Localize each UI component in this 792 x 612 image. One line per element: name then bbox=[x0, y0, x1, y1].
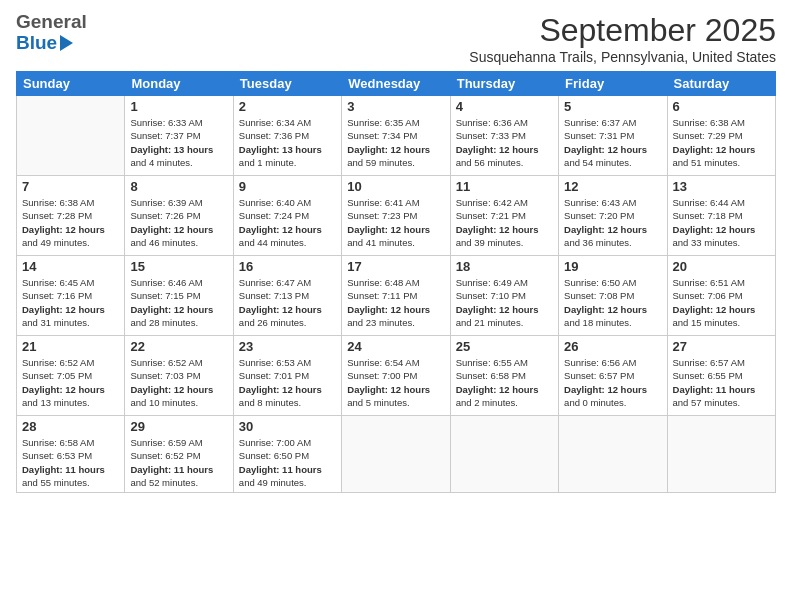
calendar-cell bbox=[450, 416, 558, 493]
day-number: 8 bbox=[130, 179, 227, 194]
calendar-cell: 11Sunrise: 6:42 AMSunset: 7:21 PMDayligh… bbox=[450, 176, 558, 256]
day-number: 23 bbox=[239, 339, 336, 354]
day-number: 24 bbox=[347, 339, 444, 354]
calendar-cell: 8Sunrise: 6:39 AMSunset: 7:26 PMDaylight… bbox=[125, 176, 233, 256]
day-info: Sunrise: 6:59 AMSunset: 6:52 PMDaylight:… bbox=[130, 436, 227, 489]
day-info: Sunrise: 6:46 AMSunset: 7:15 PMDaylight:… bbox=[130, 276, 227, 329]
week-row-5: 28Sunrise: 6:58 AMSunset: 6:53 PMDayligh… bbox=[17, 416, 776, 493]
day-number: 7 bbox=[22, 179, 119, 194]
day-number: 16 bbox=[239, 259, 336, 274]
calendar-cell: 4Sunrise: 6:36 AMSunset: 7:33 PMDaylight… bbox=[450, 96, 558, 176]
calendar-cell: 14Sunrise: 6:45 AMSunset: 7:16 PMDayligh… bbox=[17, 256, 125, 336]
day-info: Sunrise: 6:54 AMSunset: 7:00 PMDaylight:… bbox=[347, 356, 444, 409]
day-number: 14 bbox=[22, 259, 119, 274]
day-info: Sunrise: 6:49 AMSunset: 7:10 PMDaylight:… bbox=[456, 276, 553, 329]
day-info: Sunrise: 6:47 AMSunset: 7:13 PMDaylight:… bbox=[239, 276, 336, 329]
calendar-cell: 18Sunrise: 6:49 AMSunset: 7:10 PMDayligh… bbox=[450, 256, 558, 336]
calendar-cell: 27Sunrise: 6:57 AMSunset: 6:55 PMDayligh… bbox=[667, 336, 775, 416]
page: General Blue September 2025 Susquehanna … bbox=[0, 0, 792, 612]
calendar-cell: 21Sunrise: 6:52 AMSunset: 7:05 PMDayligh… bbox=[17, 336, 125, 416]
weekday-header-thursday: Thursday bbox=[450, 72, 558, 96]
day-number: 19 bbox=[564, 259, 661, 274]
calendar-cell: 20Sunrise: 6:51 AMSunset: 7:06 PMDayligh… bbox=[667, 256, 775, 336]
day-info: Sunrise: 6:36 AMSunset: 7:33 PMDaylight:… bbox=[456, 116, 553, 169]
calendar-cell: 30Sunrise: 7:00 AMSunset: 6:50 PMDayligh… bbox=[233, 416, 341, 493]
calendar-cell: 19Sunrise: 6:50 AMSunset: 7:08 PMDayligh… bbox=[559, 256, 667, 336]
weekday-header-tuesday: Tuesday bbox=[233, 72, 341, 96]
calendar-cell: 17Sunrise: 6:48 AMSunset: 7:11 PMDayligh… bbox=[342, 256, 450, 336]
day-info: Sunrise: 6:56 AMSunset: 6:57 PMDaylight:… bbox=[564, 356, 661, 409]
weekday-header-friday: Friday bbox=[559, 72, 667, 96]
day-info: Sunrise: 6:35 AMSunset: 7:34 PMDaylight:… bbox=[347, 116, 444, 169]
day-number: 26 bbox=[564, 339, 661, 354]
day-number: 29 bbox=[130, 419, 227, 434]
day-info: Sunrise: 6:38 AMSunset: 7:29 PMDaylight:… bbox=[673, 116, 770, 169]
calendar-cell: 12Sunrise: 6:43 AMSunset: 7:20 PMDayligh… bbox=[559, 176, 667, 256]
day-info: Sunrise: 6:43 AMSunset: 7:20 PMDaylight:… bbox=[564, 196, 661, 249]
header: General Blue September 2025 Susquehanna … bbox=[16, 12, 776, 65]
calendar-cell: 22Sunrise: 6:52 AMSunset: 7:03 PMDayligh… bbox=[125, 336, 233, 416]
week-row-1: 1Sunrise: 6:33 AMSunset: 7:37 PMDaylight… bbox=[17, 96, 776, 176]
day-number: 30 bbox=[239, 419, 336, 434]
logo-arrow-icon bbox=[60, 35, 73, 51]
day-number: 25 bbox=[456, 339, 553, 354]
day-info: Sunrise: 6:38 AMSunset: 7:28 PMDaylight:… bbox=[22, 196, 119, 249]
day-number: 10 bbox=[347, 179, 444, 194]
calendar-cell: 23Sunrise: 6:53 AMSunset: 7:01 PMDayligh… bbox=[233, 336, 341, 416]
day-info: Sunrise: 6:37 AMSunset: 7:31 PMDaylight:… bbox=[564, 116, 661, 169]
day-info: Sunrise: 6:33 AMSunset: 7:37 PMDaylight:… bbox=[130, 116, 227, 169]
day-info: Sunrise: 6:52 AMSunset: 7:05 PMDaylight:… bbox=[22, 356, 119, 409]
weekday-header-row: SundayMondayTuesdayWednesdayThursdayFrid… bbox=[17, 72, 776, 96]
day-info: Sunrise: 6:42 AMSunset: 7:21 PMDaylight:… bbox=[456, 196, 553, 249]
logo-blue: Blue bbox=[16, 33, 57, 54]
calendar-body: 1Sunrise: 6:33 AMSunset: 7:37 PMDaylight… bbox=[17, 96, 776, 493]
day-number: 1 bbox=[130, 99, 227, 114]
calendar-cell bbox=[342, 416, 450, 493]
calendar-cell: 13Sunrise: 6:44 AMSunset: 7:18 PMDayligh… bbox=[667, 176, 775, 256]
day-info: Sunrise: 7:00 AMSunset: 6:50 PMDaylight:… bbox=[239, 436, 336, 489]
calendar-cell: 29Sunrise: 6:59 AMSunset: 6:52 PMDayligh… bbox=[125, 416, 233, 493]
day-number: 5 bbox=[564, 99, 661, 114]
day-info: Sunrise: 6:58 AMSunset: 6:53 PMDaylight:… bbox=[22, 436, 119, 489]
calendar-cell bbox=[559, 416, 667, 493]
calendar: SundayMondayTuesdayWednesdayThursdayFrid… bbox=[16, 71, 776, 493]
day-number: 4 bbox=[456, 99, 553, 114]
day-number: 20 bbox=[673, 259, 770, 274]
day-number: 27 bbox=[673, 339, 770, 354]
day-info: Sunrise: 6:41 AMSunset: 7:23 PMDaylight:… bbox=[347, 196, 444, 249]
calendar-cell: 15Sunrise: 6:46 AMSunset: 7:15 PMDayligh… bbox=[125, 256, 233, 336]
weekday-header-monday: Monday bbox=[125, 72, 233, 96]
day-info: Sunrise: 6:53 AMSunset: 7:01 PMDaylight:… bbox=[239, 356, 336, 409]
day-info: Sunrise: 6:45 AMSunset: 7:16 PMDaylight:… bbox=[22, 276, 119, 329]
day-info: Sunrise: 6:48 AMSunset: 7:11 PMDaylight:… bbox=[347, 276, 444, 329]
day-number: 2 bbox=[239, 99, 336, 114]
calendar-cell: 3Sunrise: 6:35 AMSunset: 7:34 PMDaylight… bbox=[342, 96, 450, 176]
day-number: 12 bbox=[564, 179, 661, 194]
calendar-cell: 9Sunrise: 6:40 AMSunset: 7:24 PMDaylight… bbox=[233, 176, 341, 256]
month-title: September 2025 bbox=[469, 12, 776, 49]
calendar-cell: 5Sunrise: 6:37 AMSunset: 7:31 PMDaylight… bbox=[559, 96, 667, 176]
day-number: 9 bbox=[239, 179, 336, 194]
week-row-4: 21Sunrise: 6:52 AMSunset: 7:05 PMDayligh… bbox=[17, 336, 776, 416]
calendar-cell: 1Sunrise: 6:33 AMSunset: 7:37 PMDaylight… bbox=[125, 96, 233, 176]
day-number: 13 bbox=[673, 179, 770, 194]
day-info: Sunrise: 6:55 AMSunset: 6:58 PMDaylight:… bbox=[456, 356, 553, 409]
day-number: 3 bbox=[347, 99, 444, 114]
day-number: 28 bbox=[22, 419, 119, 434]
weekday-header-saturday: Saturday bbox=[667, 72, 775, 96]
day-info: Sunrise: 6:44 AMSunset: 7:18 PMDaylight:… bbox=[673, 196, 770, 249]
calendar-cell: 2Sunrise: 6:34 AMSunset: 7:36 PMDaylight… bbox=[233, 96, 341, 176]
day-number: 17 bbox=[347, 259, 444, 274]
calendar-cell: 28Sunrise: 6:58 AMSunset: 6:53 PMDayligh… bbox=[17, 416, 125, 493]
calendar-cell: 10Sunrise: 6:41 AMSunset: 7:23 PMDayligh… bbox=[342, 176, 450, 256]
day-info: Sunrise: 6:51 AMSunset: 7:06 PMDaylight:… bbox=[673, 276, 770, 329]
weekday-header-sunday: Sunday bbox=[17, 72, 125, 96]
week-row-3: 14Sunrise: 6:45 AMSunset: 7:16 PMDayligh… bbox=[17, 256, 776, 336]
day-info: Sunrise: 6:34 AMSunset: 7:36 PMDaylight:… bbox=[239, 116, 336, 169]
day-info: Sunrise: 6:50 AMSunset: 7:08 PMDaylight:… bbox=[564, 276, 661, 329]
calendar-cell: 16Sunrise: 6:47 AMSunset: 7:13 PMDayligh… bbox=[233, 256, 341, 336]
logo: General Blue bbox=[16, 12, 87, 54]
day-number: 21 bbox=[22, 339, 119, 354]
day-number: 15 bbox=[130, 259, 227, 274]
calendar-cell bbox=[667, 416, 775, 493]
